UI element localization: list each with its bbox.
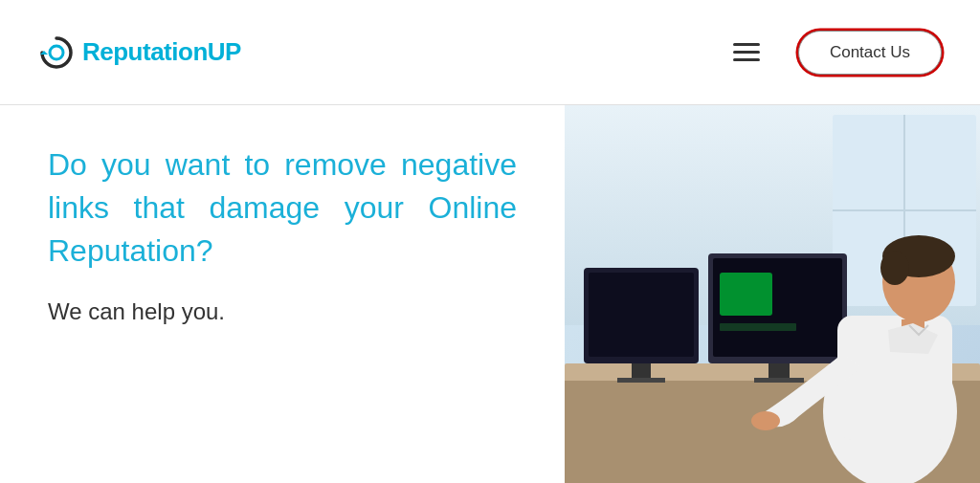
svg-rect-14 <box>720 273 772 316</box>
hero-illustration <box>565 105 980 483</box>
site-header: ReputationUP Contact Us <box>0 0 980 105</box>
svg-rect-11 <box>617 378 665 383</box>
subtext: We can help you. <box>48 298 517 325</box>
text-section: Do you want to remove negative links tha… <box>0 105 565 483</box>
image-section <box>565 105 980 483</box>
logo-icon <box>38 34 75 71</box>
brand-name: Reputation <box>82 37 208 66</box>
contact-us-button[interactable]: Contact Us <box>798 31 942 75</box>
svg-point-24 <box>751 411 780 430</box>
header-right: Contact Us <box>733 31 942 75</box>
logo[interactable]: ReputationUP <box>38 34 241 71</box>
main-content: Do you want to remove negative links tha… <box>0 105 980 483</box>
svg-rect-9 <box>589 273 694 357</box>
svg-point-0 <box>50 46 63 59</box>
svg-point-22 <box>880 251 909 285</box>
hero-image <box>565 105 980 483</box>
hamburger-menu-icon[interactable] <box>733 43 760 61</box>
logo-text: ReputationUP <box>82 37 241 67</box>
brand-suffix: UP <box>208 37 241 66</box>
headline-text: Do you want to remove negative links tha… <box>48 143 517 272</box>
svg-rect-17 <box>754 378 804 383</box>
svg-rect-15 <box>720 323 796 331</box>
